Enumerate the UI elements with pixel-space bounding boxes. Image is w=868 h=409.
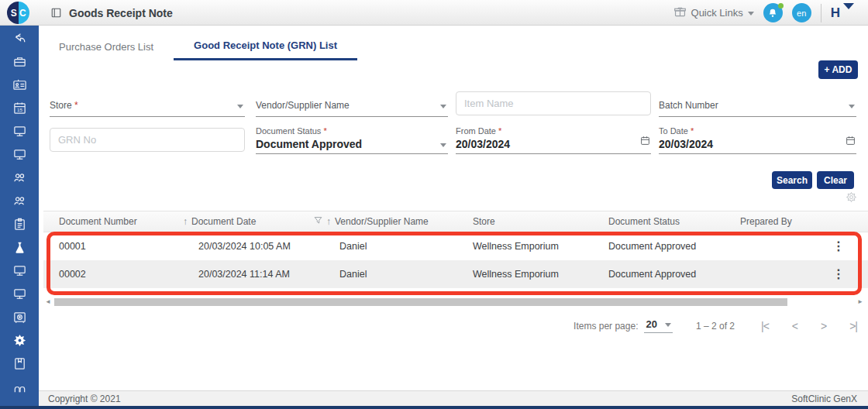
topbar-right-group: Quick Links en H: [673, 0, 851, 26]
chevron-down-icon: [849, 105, 855, 108]
batch-number-select[interactable]: Batch Number: [659, 94, 856, 117]
cell-status: Document Approved: [608, 241, 740, 252]
cell-document-date: 20/03/2024 11:14 AM: [183, 269, 314, 280]
page-range-label: 1 – 2 of 2: [696, 321, 735, 332]
store-label: Store: [50, 100, 72, 111]
items-per-page-select[interactable]: 20: [644, 318, 672, 333]
monitor-icon[interactable]: [12, 123, 27, 139]
table-row[interactable]: 00002 20/03/2024 11:14 AM Daniel Wellnes…: [43, 260, 868, 288]
vendor-select[interactable]: Vendor/Supplier Name: [256, 94, 448, 117]
add-button[interactable]: + ADD: [818, 60, 858, 79]
calendar-icon[interactable]: [640, 135, 650, 149]
sort-asc-icon[interactable]: ↑: [326, 216, 331, 227]
quick-links-label: Quick Links: [691, 7, 743, 19]
to-date-field[interactable]: To Date * 20/03/2024: [659, 126, 856, 154]
column-header-vendor[interactable]: ↑ Vendor/Supplier Name: [314, 216, 473, 227]
calendar-icon[interactable]: [846, 135, 856, 149]
sort-asc-icon[interactable]: ↑: [183, 216, 188, 227]
user-menu[interactable]: H: [831, 5, 851, 21]
book-icon[interactable]: [12, 356, 27, 371]
brand-text: SoftClinic GenX: [791, 394, 857, 404]
flask-icon[interactable]: [12, 239, 27, 255]
scroll-right-arrow-icon[interactable]: ►: [857, 297, 863, 307]
tab-purchase-orders-list[interactable]: Purchase Orders List: [39, 35, 174, 59]
column-header-document-number[interactable]: Document Number: [59, 216, 183, 227]
footer-bar: Copyright © 2021 SoftClinic GenX: [39, 390, 868, 406]
pagination-bar: Items per page: 20 1 – 2 of 2 |< < > >|: [574, 318, 857, 333]
gift-icon: [673, 5, 687, 21]
top-bar: S C Goods Receipt Note Quick Links: [0, 0, 868, 26]
softclinic-logo[interactable]: S C: [7, 2, 29, 24]
sidebar-nav: 15: [0, 26, 39, 406]
safe-icon[interactable]: [12, 309, 27, 325]
filter-funnel-icon[interactable]: [314, 216, 322, 227]
column-header-document-date[interactable]: ↑ Document Date: [183, 216, 314, 227]
batch-number-label: Batch Number: [659, 100, 718, 111]
scroll-left-arrow-icon[interactable]: ◄: [45, 297, 51, 307]
monitor-icon[interactable]: [12, 286, 27, 301]
next-page-button[interactable]: >: [821, 320, 826, 332]
users-icon[interactable]: [12, 170, 27, 185]
column-settings-gear-icon[interactable]: [846, 191, 857, 206]
reply-arrow-icon[interactable]: [12, 30, 27, 46]
clipboard-icon[interactable]: [12, 216, 27, 232]
app-window: S C Goods Receipt Note Quick Links: [0, 0, 868, 409]
monitor-icon[interactable]: [12, 263, 27, 278]
cell-store: Wellness Emporium: [473, 241, 608, 252]
document-status-select[interactable]: Document Status * Document Approved: [256, 126, 448, 154]
required-asterisk: *: [498, 126, 501, 136]
previous-page-button[interactable]: <: [792, 320, 797, 332]
tab-grn-list[interactable]: Good Receipt Note (GRN) List: [174, 33, 357, 60]
copyright-text: Copyright © 2021: [48, 394, 121, 404]
from-date-value: 20/03/2024: [456, 138, 510, 150]
cell-document-date: 20/03/2024 10:05 AM: [183, 241, 314, 252]
main-content: Purchase Orders List Good Receipt Note (…: [39, 26, 868, 390]
required-asterisk: *: [691, 126, 694, 136]
language-button[interactable]: en: [792, 3, 811, 22]
from-date-field[interactable]: From Date * 20/03/2024: [456, 126, 651, 154]
journal-icon: [48, 5, 64, 21]
column-header-store[interactable]: Store: [473, 216, 608, 227]
row-actions-kebab-icon[interactable]: ⋮: [832, 268, 845, 280]
horizontal-scrollbar[interactable]: ◄ ►: [45, 297, 863, 307]
first-page-button[interactable]: |<: [761, 320, 769, 332]
table-header-row: Document Number ↑ Document Date ↑ Vendor…: [43, 211, 868, 232]
quick-links-menu[interactable]: Quick Links: [673, 5, 754, 21]
last-page-button[interactable]: >|: [849, 320, 857, 332]
chevron-down-icon: [748, 12, 754, 15]
search-button[interactable]: Search: [772, 171, 812, 189]
table-row[interactable]: 00001 20/03/2024 10:05 AM Daniel Wellnes…: [43, 232, 868, 260]
scrollbar-thumb[interactable]: [54, 298, 787, 306]
page-title-group: Goods Receipt Note: [48, 0, 173, 26]
row-actions-kebab-icon[interactable]: ⋮: [832, 240, 845, 253]
bell-icon: [767, 8, 778, 19]
item-name-input[interactable]: [456, 91, 651, 115]
chevron-down-icon: [440, 143, 446, 147]
chevron-down-icon: [440, 105, 446, 108]
svg-text:15: 15: [17, 107, 22, 112]
bottom-edge-strip: [0, 406, 868, 409]
page-nav: |< < > >|: [761, 320, 857, 332]
store-select[interactable]: Store *: [50, 94, 245, 117]
column-header-prepared-by[interactable]: Prepared By: [740, 216, 868, 227]
items-per-page-value: 20: [646, 318, 656, 330]
gear-icon[interactable]: [12, 332, 27, 348]
clear-button[interactable]: Clear: [817, 171, 854, 189]
id-card-icon[interactable]: [12, 77, 27, 92]
to-date-value: 20/03/2024: [659, 138, 713, 150]
users-icon[interactable]: [12, 193, 27, 208]
cell-vendor: Daniel: [314, 241, 473, 252]
notifications-button[interactable]: [763, 3, 783, 22]
calendar-15-icon[interactable]: 15: [12, 100, 27, 115]
notification-badge: [778, 3, 784, 9]
column-header-document-status[interactable]: Document Status: [608, 216, 740, 227]
document-status-value: Document Approved: [256, 138, 362, 150]
logo-left-half: S: [7, 2, 19, 24]
to-date-label: To Date: [659, 126, 688, 136]
briefcase-icon[interactable]: [12, 53, 27, 69]
user-initial: H: [831, 5, 840, 20]
monitor-icon[interactable]: [12, 146, 27, 162]
grn-no-input[interactable]: [50, 128, 245, 152]
headset-icon[interactable]: [12, 379, 27, 394]
cell-document-number: 00002: [59, 269, 183, 280]
